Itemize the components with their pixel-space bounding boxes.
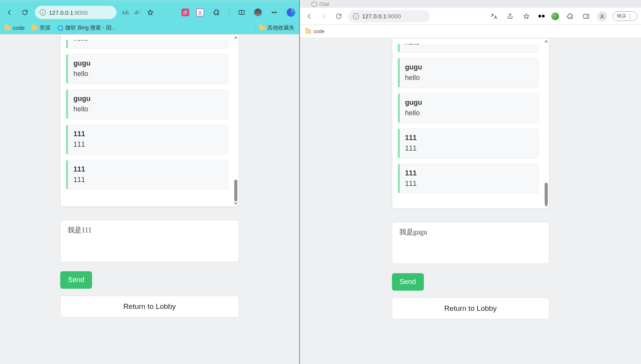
chat-message: guguhello <box>398 93 539 123</box>
message-sender: 111 <box>73 129 223 139</box>
favorite-icon[interactable] <box>521 11 532 22</box>
scrollbar[interactable] <box>234 36 238 205</box>
message-list[interactable]: helloguguhelloguguhello111111111111 <box>398 44 543 203</box>
page-body: helloguguhelloguguhello111111111111 Send… <box>300 38 641 364</box>
address-actions: aあ A⁾ <box>122 7 156 18</box>
copilot-icon[interactable] <box>287 8 295 17</box>
send-button[interactable]: Send <box>60 271 92 289</box>
message-input[interactable] <box>68 226 232 234</box>
chat-message: guguhello <box>398 58 539 88</box>
svg-point-5 <box>601 14 603 16</box>
chrome-window: Chat i 127.0.0.1:8000 错误 <box>299 0 641 364</box>
message-list[interactable]: helloguguhelloguguhello111111111111 <box>66 40 233 201</box>
message-sender: 111 <box>405 168 533 179</box>
forward-button[interactable] <box>319 11 329 22</box>
chat-app: helloguguhelloguguhello111111111111 Send… <box>392 38 549 319</box>
scroll-down-icon[interactable] <box>234 203 238 205</box>
site-info-icon[interactable]: i <box>353 13 359 19</box>
chrome-tabstrip: Chat <box>300 0 641 8</box>
message-text: 111 <box>405 179 533 189</box>
folder-icon <box>305 29 311 34</box>
back-button[interactable] <box>4 7 15 18</box>
message-text: hello <box>73 40 223 44</box>
message-sender: gugu <box>405 62 533 73</box>
message-text: hello <box>405 73 533 83</box>
address-bar[interactable]: i 127.0.0.1:8000 <box>348 10 430 23</box>
chat-message: hello <box>66 40 228 49</box>
scroll-up-icon[interactable] <box>234 36 238 38</box>
extension-icon-1[interactable]: 訳 <box>181 9 189 16</box>
address-bar[interactable]: i 127.0.0.1:8000 <box>35 6 117 19</box>
message-composer[interactable] <box>392 222 549 264</box>
chat-bubble-icon <box>312 2 317 7</box>
share-icon[interactable] <box>505 11 516 22</box>
send-button[interactable]: Send <box>392 273 424 291</box>
chat-message: 111111 <box>66 125 228 154</box>
message-text: hello <box>73 104 223 115</box>
message-sender: 111 <box>405 133 533 143</box>
search-icon <box>57 25 63 31</box>
read-aloud-icon[interactable]: A⁾ <box>135 9 139 16</box>
extensions-icon[interactable] <box>564 11 575 22</box>
svg-point-1 <box>272 12 273 13</box>
refresh-button[interactable] <box>333 11 344 22</box>
svg-point-3 <box>275 12 276 13</box>
bookmark-resources[interactable]: 资源 <box>31 24 51 31</box>
chat-message: 111111 <box>398 164 539 194</box>
page-body: helloguguhelloguguhello111111111111 Send… <box>0 34 299 364</box>
chat-window: helloguguhelloguguhello111111111111 <box>60 34 239 207</box>
chat-message: guguhello <box>66 89 228 119</box>
svg-point-2 <box>274 12 275 13</box>
profile-avatar[interactable] <box>254 9 262 16</box>
translate-hint[interactable]: aあ <box>122 9 129 16</box>
edge-window: i 127.0.0.1:8000 aあ A⁾ 訳 🐰 <box>0 0 299 364</box>
bookmark-other[interactable]: 其他收藏夹 <box>259 24 294 31</box>
message-sender: 111 <box>73 164 223 175</box>
translate-icon[interactable] <box>488 11 499 22</box>
url-text: 127.0.0.1:8000 <box>362 13 401 19</box>
extensions-icon[interactable] <box>211 7 222 18</box>
chat-message: guguhello <box>66 54 228 84</box>
bookmark-bing[interactable]: 微软 Bing 搜索 - 国... <box>57 24 116 31</box>
message-input[interactable] <box>399 228 542 236</box>
tab-title[interactable]: Chat <box>312 2 329 8</box>
message-text: 111 <box>73 175 223 185</box>
bookmark-code[interactable]: code <box>5 25 24 31</box>
chrome-toolbar: i 127.0.0.1:8000 错误⋮ <box>300 8 641 25</box>
folder-icon <box>259 26 265 30</box>
refresh-button[interactable] <box>19 7 30 18</box>
divider <box>255 24 255 31</box>
return-lobby-button[interactable]: Return to Lobby <box>60 296 239 317</box>
chat-app: helloguguhelloguguhello111111111111 Send… <box>60 34 239 317</box>
chat-message: 111111 <box>398 128 539 158</box>
extension-globe-icon[interactable] <box>551 12 559 20</box>
scroll-down-icon[interactable] <box>544 205 548 207</box>
folder-icon <box>31 26 37 30</box>
scrollbar[interactable] <box>544 40 548 207</box>
scroll-up-icon[interactable] <box>544 40 548 42</box>
error-indicator[interactable]: 错误⋮ <box>613 11 637 21</box>
folder-icon <box>5 26 10 30</box>
favorite-icon[interactable] <box>145 7 156 18</box>
message-sender: gugu <box>405 97 533 108</box>
message-text: 111 <box>73 139 223 150</box>
scroll-thumb[interactable] <box>545 183 548 205</box>
scroll-thumb[interactable] <box>234 180 237 201</box>
bookmark-code[interactable]: code <box>305 28 324 34</box>
message-text: hello <box>405 44 533 48</box>
extension-icon-2[interactable]: 🐰 <box>196 9 204 16</box>
site-info-icon[interactable]: i <box>40 9 46 16</box>
profile-icon[interactable] <box>597 11 607 21</box>
sidepanel-icon[interactable] <box>581 11 592 22</box>
edge-tabstrip <box>0 0 299 3</box>
chat-message: hello <box>398 44 539 52</box>
vdivider <box>229 8 229 17</box>
message-composer[interactable] <box>60 220 239 262</box>
return-lobby-button[interactable]: Return to Lobby <box>392 298 549 319</box>
extension-panda-icon[interactable] <box>537 13 546 19</box>
more-icon[interactable] <box>269 7 280 18</box>
message-sender: gugu <box>73 58 223 69</box>
split-screen-icon[interactable] <box>236 7 247 18</box>
back-button[interactable] <box>304 11 315 22</box>
url-text: 127.0.0.1:8000 <box>49 9 88 16</box>
